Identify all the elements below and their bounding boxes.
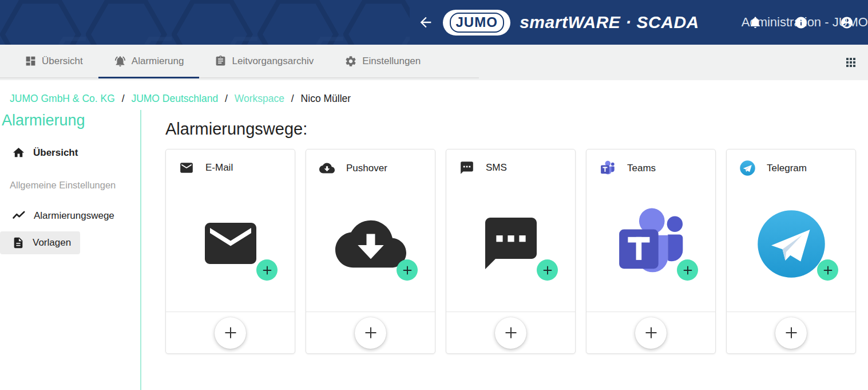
- add-email-button[interactable]: [215, 317, 246, 349]
- brand-title: smartWARE · SCADA: [520, 13, 699, 32]
- jumo-logo-text: JUMO: [456, 14, 498, 30]
- plus-icon: [503, 325, 519, 341]
- tab-label: Übersicht: [42, 56, 83, 67]
- back-button[interactable]: [418, 11, 434, 34]
- add-teams-channel-badge[interactable]: [677, 259, 698, 281]
- arrow-left-icon: [418, 14, 434, 30]
- sidebar-item-uebersicht[interactable]: Übersicht: [0, 141, 87, 164]
- teams-icon: [600, 160, 616, 176]
- breadcrumb-link-region[interactable]: JUMO Deutschland: [131, 93, 218, 104]
- card-footer: [306, 312, 435, 353]
- plus-icon: [681, 264, 694, 277]
- cloud-download-icon: [319, 160, 335, 176]
- apps-grid-icon: [844, 56, 858, 69]
- tab-label: Leitvorgangsarchiv: [232, 56, 314, 67]
- sidebar-item-alarmierungswege[interactable]: Alarmierungswege: [0, 204, 124, 228]
- sidebar-item-label: Übersicht: [33, 147, 78, 159]
- add-email-channel-badge[interactable]: [256, 259, 278, 281]
- jumo-logo-inner: JUMO: [450, 13, 504, 33]
- tab-leitvorgangsarchiv[interactable]: Leitvorgangsarchiv: [199, 45, 329, 77]
- breadcrumb-separator: /: [291, 93, 294, 104]
- card-email: E-Mail: [165, 149, 295, 354]
- sidebar-title: Alarmierung: [2, 112, 140, 129]
- notifications-button[interactable]: [748, 15, 762, 29]
- tab-label: Einstellungen: [362, 56, 421, 67]
- sidebar-item-label: Alarmierungswege: [34, 210, 114, 222]
- breadcrumb-link-workspace[interactable]: Workspace: [235, 93, 284, 104]
- app-root: JUMO smartWARE · SCADA Administration - …: [0, 0, 868, 390]
- sidebar-item-label: Vorlagen: [33, 237, 71, 249]
- plus-icon: [363, 325, 379, 341]
- tab-alarmierung[interactable]: Alarmierung: [98, 45, 200, 77]
- tab-strip: Übersicht Alarmierung Leitvorgangsarchiv…: [0, 45, 868, 80]
- card-footer: [727, 312, 855, 353]
- add-telegram-button[interactable]: [775, 317, 807, 349]
- add-telegram-channel-badge[interactable]: [817, 259, 838, 281]
- page-heading: Alarmierungswege:: [165, 120, 868, 139]
- bell-icon: [748, 15, 762, 29]
- dashboard-icon: [25, 55, 37, 67]
- plus-icon: [541, 264, 554, 277]
- card-body: [446, 175, 575, 312]
- info-icon: [794, 15, 808, 30]
- top-header: JUMO smartWARE · SCADA Administration - …: [0, 0, 868, 45]
- person-circle-icon: [840, 15, 854, 30]
- email-big-icon: [200, 212, 261, 274]
- breadcrumb-current: Nico Müller: [301, 93, 351, 104]
- card-footer: [586, 312, 715, 353]
- card-body: [586, 176, 715, 312]
- card-header: Pushover: [306, 149, 435, 176]
- breadcrumb-separator: /: [225, 93, 228, 104]
- add-sms-button[interactable]: [495, 317, 526, 349]
- home-icon: [12, 146, 25, 159]
- card-label: Pushover: [346, 163, 387, 174]
- tabs-container: Übersicht Alarmierung Leitvorgangsarchiv…: [0, 45, 479, 78]
- card-label: Teams: [627, 163, 656, 174]
- tab-einstellungen[interactable]: Einstellungen: [329, 45, 436, 77]
- add-pushover-button[interactable]: [355, 317, 386, 349]
- add-teams-button[interactable]: [635, 317, 667, 349]
- main-content: Alarmierungswege: E-Mail: [141, 110, 868, 390]
- tab-uebersicht[interactable]: Übersicht: [9, 45, 98, 77]
- breadcrumb-link-company[interactable]: JUMO GmbH & Co. KG: [10, 93, 115, 104]
- breadcrumb-separator: /: [122, 93, 125, 104]
- card-label: Telegram: [767, 163, 807, 174]
- content-row: Alarmierung Übersicht Allgemeine Einstel…: [0, 110, 868, 390]
- document-icon: [12, 237, 25, 249]
- card-label: E-Mail: [205, 162, 233, 174]
- card-header: Telegram: [727, 149, 855, 176]
- plus-icon: [643, 325, 659, 341]
- card-header: E-Mail: [166, 149, 295, 175]
- card-teams: Teams: [586, 149, 716, 354]
- sms-bubble-big-icon: [480, 212, 542, 274]
- apps-grid-button[interactable]: [841, 53, 861, 72]
- header-actions: [748, 0, 854, 45]
- telegram-icon: [740, 160, 755, 176]
- plus-icon: [822, 264, 834, 277]
- telegram-big-icon: [757, 210, 826, 278]
- add-sms-channel-badge[interactable]: [537, 259, 558, 281]
- breadcrumb: JUMO GmbH & Co. KG / JUMO Deutschland / …: [0, 80, 868, 110]
- card-body: [306, 176, 435, 312]
- sidebar: Alarmierung Übersicht Allgemeine Einstel…: [0, 110, 141, 390]
- account-button[interactable]: [840, 15, 854, 29]
- card-header: SMS: [446, 149, 575, 175]
- clipboard-icon: [215, 55, 227, 67]
- card-footer: [446, 312, 575, 353]
- tab-label: Alarmierung: [132, 56, 184, 67]
- line-chart-icon: [12, 209, 26, 223]
- info-button[interactable]: [794, 15, 808, 29]
- plus-icon: [223, 325, 239, 341]
- sidebar-item-vorlagen[interactable]: Vorlagen: [0, 231, 80, 254]
- alert-channel-cards: E-Mail: [165, 149, 868, 354]
- card-pushover: Pushover: [306, 149, 435, 354]
- card-header: Teams: [586, 149, 715, 176]
- gear-icon: [344, 55, 357, 68]
- add-pushover-channel-badge[interactable]: [397, 259, 418, 281]
- card-telegram: Telegram: [726, 149, 856, 354]
- card-body: [727, 176, 855, 312]
- cloud-download-big-icon: [335, 208, 406, 279]
- sms-bubble-icon: [459, 160, 474, 175]
- card-sms: SMS: [446, 149, 576, 354]
- card-label: SMS: [486, 162, 507, 174]
